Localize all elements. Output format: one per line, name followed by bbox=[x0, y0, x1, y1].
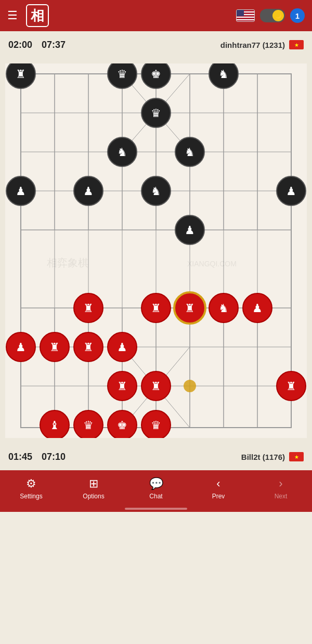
opponent-time1: 02:00 bbox=[8, 40, 32, 50]
settings-button[interactable]: ⚙ Settings bbox=[10, 477, 52, 500]
opponent-flag bbox=[289, 40, 304, 49]
player-name: Bill2t (1176) bbox=[241, 453, 285, 461]
next-button[interactable]: › Next bbox=[260, 477, 302, 500]
svg-text:♜: ♜ bbox=[16, 68, 26, 81]
svg-text:♛: ♛ bbox=[151, 419, 161, 432]
next-label: Next bbox=[275, 493, 288, 500]
app-header: ☰ 相 🌙 1 bbox=[0, 0, 312, 31]
game-board[interactable]: 相弈象棋 XIANGQI.COM ♜ ♛ ♚ ♞ ♛ ♞ bbox=[5, 63, 307, 438]
prev-button[interactable]: ‹ Prev bbox=[198, 477, 239, 500]
settings-icon: ⚙ bbox=[26, 477, 36, 491]
chat-icon: 💬 bbox=[149, 477, 163, 491]
svg-text:♚: ♚ bbox=[151, 68, 161, 81]
player-flag bbox=[289, 452, 304, 461]
svg-text:♟: ♟ bbox=[117, 341, 127, 354]
settings-label: Settings bbox=[20, 493, 42, 500]
svg-text:♛: ♛ bbox=[151, 107, 161, 120]
chat-button[interactable]: 💬 Chat bbox=[135, 477, 177, 500]
player-time1: 01:45 bbox=[8, 452, 32, 462]
svg-text:♞: ♞ bbox=[117, 146, 127, 159]
toggle-knob: 🌙 bbox=[272, 10, 284, 21]
svg-text:♞: ♞ bbox=[185, 146, 195, 159]
header-left: ☰ 相 bbox=[7, 4, 49, 27]
prev-label: Prev bbox=[212, 493, 225, 500]
svg-text:♚: ♚ bbox=[117, 419, 127, 432]
svg-text:♟: ♟ bbox=[16, 341, 26, 354]
chat-label: Chat bbox=[149, 493, 162, 500]
options-icon: ⊞ bbox=[89, 477, 98, 491]
opponent-name-area: dinhtran77 (1231) bbox=[220, 40, 304, 49]
svg-text:♞: ♞ bbox=[151, 185, 161, 198]
player-time2: 07:10 bbox=[42, 452, 66, 462]
svg-text:♛: ♛ bbox=[117, 68, 127, 81]
next-icon: › bbox=[279, 477, 282, 491]
svg-text:♟: ♟ bbox=[286, 185, 296, 198]
svg-text:♞: ♞ bbox=[218, 68, 229, 81]
theme-toggle[interactable]: 🌙 bbox=[260, 9, 285, 22]
svg-text:♛: ♛ bbox=[83, 419, 94, 432]
svg-text:♜: ♜ bbox=[185, 302, 195, 315]
flag-us-icon[interactable] bbox=[236, 9, 255, 22]
bottom-toolbar: ⚙ Settings ⊞ Options 💬 Chat ‹ Prev › Nex… bbox=[0, 470, 312, 512]
svg-text:♜: ♜ bbox=[117, 380, 127, 393]
player-times: 01:45 07:10 bbox=[8, 452, 66, 462]
svg-point-84 bbox=[184, 380, 196, 392]
opponent-bar: 02:00 07:37 dinhtran77 (1231) bbox=[0, 31, 312, 58]
opponent-name: dinhtran77 (1231) bbox=[220, 41, 285, 49]
svg-text:相弈象棋: 相弈象棋 bbox=[47, 257, 88, 268]
app-logo: 相 bbox=[26, 4, 49, 27]
player-bar: 01:45 07:10 Bill2t (1176) bbox=[0, 443, 312, 470]
svg-text:♜: ♜ bbox=[83, 341, 94, 354]
options-label: Options bbox=[83, 493, 104, 500]
opponent-times: 02:00 07:37 bbox=[8, 40, 66, 50]
svg-text:♟: ♟ bbox=[16, 185, 26, 198]
menu-icon[interactable]: ☰ bbox=[7, 9, 18, 22]
options-button[interactable]: ⊞ Options bbox=[73, 477, 114, 500]
svg-text:♟: ♟ bbox=[83, 185, 94, 198]
opponent-time2: 07:37 bbox=[42, 40, 66, 50]
svg-text:XIANGQI.COM: XIANGQI.COM bbox=[187, 260, 237, 268]
board-container: 相弈象棋 XIANGQI.COM ♜ ♛ ♚ ♞ ♛ ♞ bbox=[0, 58, 312, 443]
prev-icon: ‹ bbox=[216, 477, 220, 491]
svg-text:♟: ♟ bbox=[252, 302, 263, 315]
player-name-area: Bill2t (1176) bbox=[241, 452, 304, 461]
svg-text:♝: ♝ bbox=[49, 419, 60, 432]
header-right: 🌙 1 bbox=[236, 8, 305, 23]
svg-text:♜: ♜ bbox=[286, 380, 296, 393]
svg-text:♟: ♟ bbox=[185, 224, 195, 237]
svg-text:♞: ♞ bbox=[218, 302, 229, 315]
notification-badge[interactable]: 1 bbox=[290, 8, 305, 23]
svg-text:♜: ♜ bbox=[151, 380, 161, 393]
home-indicator bbox=[125, 508, 187, 510]
svg-text:♜: ♜ bbox=[49, 341, 60, 354]
svg-text:♜: ♜ bbox=[83, 302, 94, 315]
svg-text:♜: ♜ bbox=[151, 302, 161, 315]
